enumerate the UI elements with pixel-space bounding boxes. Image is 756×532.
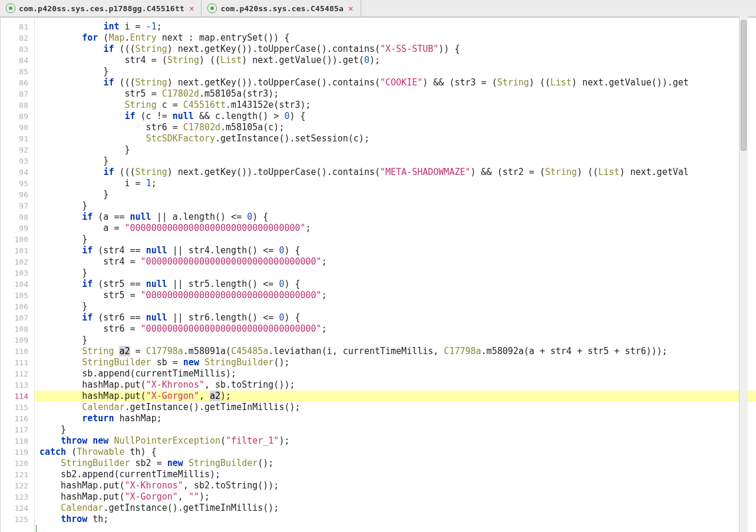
line-number: 88 [1,100,34,111]
code-line[interactable]: if (((String) next.getKey()).toUpperCase… [35,77,756,88]
code-line[interactable]: StringBuilder sb = new StringBuilder(); [35,357,756,368]
line-number: 109 [1,335,34,346]
line-number: 106 [1,301,34,312]
code-scroll-area[interactable]: int i = -1; for (Map.Entry next : map.en… [35,18,756,532]
code-line[interactable]: if (c != null && c.length() > 0) { [35,111,756,122]
line-number: 119 [1,447,34,458]
code-line[interactable]: for (Map.Entry next : map.entrySet()) { [35,32,756,44]
code-line[interactable]: sb2.append(currentTimeMillis); [35,469,756,480]
code-line[interactable]: throw th; [35,514,756,525]
line-number: 97 [1,200,34,212]
code-line[interactable]: catch (Throwable th) { [35,447,756,458]
code-line[interactable]: } [35,234,756,245]
code-line[interactable]: hashMap.put("X-Khronos", sb2.toString())… [35,480,756,491]
code-line[interactable]: } [35,301,756,312]
code-line[interactable]: str6 = "00000000000000000000000000000000… [35,323,756,335]
line-number: 123 [1,491,34,503]
java-class-icon [6,4,15,13]
code-line[interactable]: if (str5 == null || str5.length() <= 0) … [35,279,756,290]
line-number: 102 [1,256,34,267]
code-line[interactable]: if (str6 == null || str6.length() <= 0) … [35,312,756,323]
line-number: 90 [1,122,34,133]
code-line[interactable]: } [35,200,756,212]
code-line[interactable]: str5 = C17802d.m58105a(str3); [35,88,756,100]
editor-tab-bar: com.p420ss.sys.ces.p1788gg.C45516tt ✕ co… [0,0,756,17]
line-number: 121 [1,469,34,480]
line-number: 125 [1,514,34,525]
code-line[interactable]: String c = C45516tt.m143152e(str3); [35,100,756,111]
code-line[interactable]: a = "00000000000000000000000000000000"; [35,223,756,234]
line-number: 114 [1,391,34,402]
java-class-icon [207,4,217,13]
code-line[interactable]: return hashMap; [35,413,756,424]
tab-label: com.p420ss.sys.ces.C45485a [220,4,344,13]
line-number-gutter: 8182838485868788899091929394959697989910… [1,18,35,532]
line-number: 81 [1,21,34,32]
line-number: 101 [1,245,34,256]
line-number: 82 [1,32,34,44]
line-number: 94 [1,167,34,178]
code-line[interactable]: } [35,189,756,200]
code-line[interactable]: Calendar.getInstance().getTimeInMillis()… [35,402,756,413]
code-line[interactable]: throw new NullPointerException("filter_1… [35,435,756,447]
line-number: 96 [1,189,34,200]
line-number: 100 [1,234,34,245]
line-number: 112 [1,368,34,379]
code-line[interactable]: if (((String) next.getKey()).toUpperCase… [35,167,756,178]
code-line[interactable]: str5 = "00000000000000000000000000000000… [35,290,756,301]
line-number: 120 [1,458,34,469]
code-line[interactable]: i = 1; [35,178,756,189]
line-number: 107 [1,312,34,323]
code-line[interactable]: if (str4 == null || str4.length() <= 0) … [35,245,756,256]
line-number: 99 [1,223,34,234]
code-line[interactable]: hashMap.put("X-Gorgon", a2); [35,391,756,402]
line-number: 98 [1,212,34,223]
line-number: 124 [1,503,34,514]
code-line[interactable]: String a2 = C17798a.m58091a(C45485a.levi… [35,346,756,357]
line-number: 105 [1,290,34,301]
line-number: 93 [1,156,34,167]
code-line[interactable]: } [35,144,756,156]
code-line[interactable]: StcSDKFactory.getInstance().setSession(c… [35,133,756,144]
code-line[interactable]: } [35,156,756,167]
line-number: 89 [1,111,34,122]
line-number: 116 [1,413,34,424]
code-line[interactable]: sb.append(currentTimeMillis); [35,368,756,379]
tab-label: com.p420ss.sys.ces.p1788gg.C45516tt [19,4,184,13]
line-number: 85 [1,66,34,77]
code-line[interactable]: if (((String) next.getKey()).toUpperCase… [35,44,756,55]
code-line[interactable]: } [35,335,756,346]
scrollbar-thumb[interactable] [741,20,747,151]
line-number: 91 [1,133,34,144]
tab-c45485a[interactable]: com.p420ss.sys.ces.C45485a ✕ [202,0,361,16]
code-line[interactable]: hashMap.put("X-Khronos", sb.toString()); [35,379,756,391]
code-line[interactable]: str4 = (String) ((List) next.getValue())… [35,55,756,66]
line-number: 83 [1,44,34,55]
code-line[interactable]: str4 = "00000000000000000000000000000000… [35,256,756,267]
line-number: 111 [1,357,34,368]
line-number: 118 [1,435,34,447]
line-number: 108 [1,323,34,335]
code-line[interactable]: } [35,424,756,435]
close-icon[interactable]: ✕ [188,4,195,13]
line-number: 103 [1,267,34,279]
line-number: 92 [1,144,34,156]
code-line[interactable]: } [35,267,756,279]
code-line[interactable]: if (a == null || a.length() <= 0) { [35,212,756,223]
line-number: 110 [1,346,34,357]
line-number: 113 [1,379,34,391]
code-content[interactable]: int i = -1; for (Map.Entry next : map.en… [35,18,756,525]
code-line[interactable]: } [35,66,756,77]
code-line[interactable]: StringBuilder sb2 = new StringBuilder(); [35,458,756,469]
line-number: 87 [1,88,34,100]
code-line[interactable]: int i = -1; [35,21,756,32]
code-line[interactable]: str6 = C17802d.m58105a(c); [35,122,756,133]
line-number: 84 [1,55,34,66]
close-icon[interactable]: ✕ [347,4,354,13]
line-number: 104 [1,279,34,290]
vertical-scrollbar[interactable] [739,16,748,532]
line-number: 115 [1,402,34,413]
tab-c45516tt[interactable]: com.p420ss.sys.ces.p1788gg.C45516tt ✕ [0,0,202,16]
code-line[interactable]: hashMap.put("X-Gorgon", ""); [35,491,756,503]
code-line[interactable]: Calendar.getInstance().getTimeInMillis()… [35,503,756,514]
